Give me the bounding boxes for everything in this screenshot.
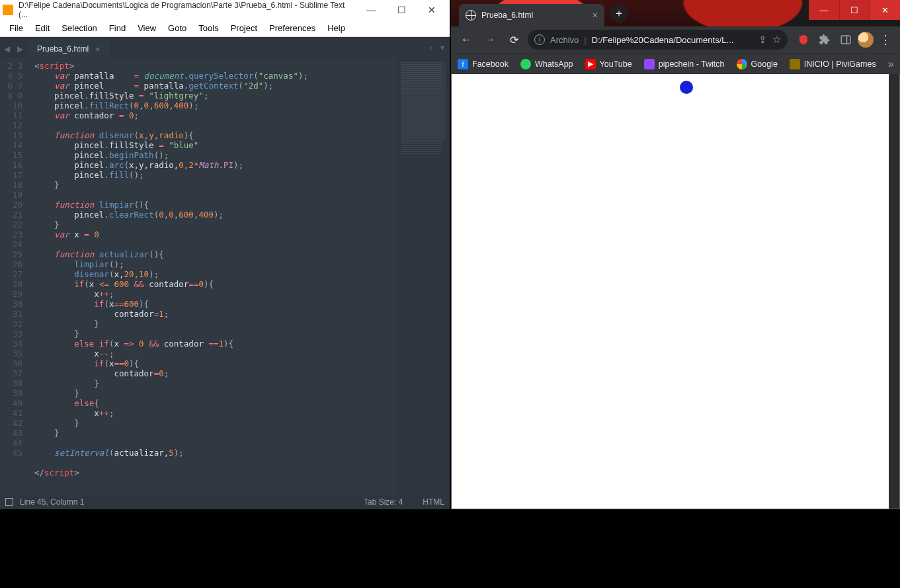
bookmark-twitch[interactable]: pipechein - Twitch: [644, 59, 725, 69]
menu-tools[interactable]: Tools: [193, 21, 224, 35]
code-area[interactable]: <script> var pantalla = document.querySe…: [28, 58, 397, 495]
browser-tab[interactable]: Prueba_6.html ×: [459, 4, 604, 26]
vertical-scrollbar[interactable]: [889, 74, 899, 509]
t: contador: [144, 279, 189, 289]
t: querySelector: [188, 71, 253, 81]
t: var: [54, 110, 69, 120]
t: {: [134, 358, 140, 368]
t: getContext: [188, 81, 238, 91]
nav-back-icon[interactable]: ←: [456, 30, 476, 50]
status-syntax[interactable]: HTML: [423, 497, 444, 507]
chrome-window: Prueba_6.html × ＋ — ☐ ✕ ← → ⟳ i Archivo …: [451, 0, 900, 509]
t: pincel: [74, 81, 104, 91]
bookmark-facebook[interactable]: fFacebook: [458, 59, 509, 69]
t: x: [94, 408, 99, 418]
t: document: [144, 71, 184, 81]
menu-help[interactable]: Help: [322, 21, 350, 35]
t: disenar: [99, 130, 134, 140]
bookmark-pivigames[interactable]: INICIO | PiviGames: [790, 59, 876, 69]
menu-view[interactable]: View: [132, 21, 161, 35]
minimap[interactable]: [397, 58, 450, 495]
side-panel-icon[interactable]: [837, 30, 855, 49]
t: 600: [109, 279, 134, 289]
chrome-tabstrip: Prueba_6.html × ＋ — ☐ ✕: [451, 0, 900, 26]
close-button[interactable]: ✕: [870, 0, 900, 20]
t: x,y,radio: [139, 130, 184, 140]
menu-preferences[interactable]: Preferences: [264, 21, 321, 35]
bookmark-star-icon[interactable]: ☆: [772, 34, 781, 46]
extensions-puzzle-icon[interactable]: [815, 30, 834, 49]
t: ;: [164, 150, 169, 160]
t: ): [188, 101, 194, 110]
extension-adblock-icon[interactable]: [794, 30, 813, 49]
menu-selection[interactable]: Selection: [56, 21, 102, 35]
share-icon[interactable]: ⇪: [758, 34, 767, 46]
t: --: [99, 349, 109, 358]
t: (): [149, 249, 159, 259]
t: <=: [99, 279, 109, 289]
t: }: [54, 220, 60, 230]
bookmark-whatsapp[interactable]: WhatsApp: [520, 59, 573, 69]
tab-close-icon[interactable]: ×: [95, 44, 101, 54]
profile-avatar[interactable]: [858, 32, 874, 48]
t: pincel: [54, 91, 84, 101]
nav-back-icon[interactable]: ◀: [0, 40, 13, 58]
minimize-button[interactable]: —: [809, 0, 839, 20]
reload-icon[interactable]: ⟳: [504, 30, 524, 50]
t: pincel: [74, 170, 104, 180]
minimize-button[interactable]: —: [356, 0, 386, 20]
bookmark-label: Facebook: [472, 60, 509, 69]
new-tab-button[interactable]: ＋: [610, 4, 628, 22]
maximize-button[interactable]: ☐: [839, 0, 870, 20]
minimap-viewport[interactable]: [401, 62, 446, 142]
t: ==: [188, 279, 198, 289]
tab-overflow-icon[interactable]: ▾: [440, 43, 444, 52]
t: if: [94, 299, 104, 309]
browser-viewport[interactable]: [451, 74, 900, 509]
bookmark-google[interactable]: Google: [737, 59, 778, 69]
t: ;: [194, 101, 199, 110]
editor-tab[interactable]: Prueba_6.html ×: [28, 40, 110, 58]
maximize-button[interactable]: ☐: [386, 0, 417, 20]
bookmark-youtube[interactable]: ▶YouTube: [585, 59, 632, 69]
status-tabsize[interactable]: Tab Size: 4: [364, 497, 403, 507]
nav-forward-icon[interactable]: ▶: [13, 40, 26, 58]
t: script: [40, 61, 69, 71]
t: function: [54, 200, 94, 210]
t: (: [239, 81, 244, 91]
t: (: [84, 279, 89, 289]
t: <: [34, 61, 40, 71]
nav-forward-icon: →: [480, 30, 500, 50]
line-gutter[interactable]: 2 3 4 5 6 7 8 9 10 11 12 13 14 15 16 17 …: [0, 58, 28, 495]
menu-project[interactable]: Project: [225, 21, 263, 35]
t: ;: [154, 269, 159, 279]
sublime-titlebar[interactable]: D:\Felipe Cadena\Documents\Logica de Pro…: [0, 0, 450, 20]
new-tab-icon[interactable]: ＋: [427, 42, 435, 54]
youtube-icon: ▶: [585, 59, 596, 69]
t: PI: [224, 160, 233, 170]
t: script: [44, 468, 74, 478]
menu-goto[interactable]: Goto: [163, 21, 192, 35]
omnibox[interactable]: i Archivo | D:/Felipe%20Cadena/Documents…: [528, 30, 788, 50]
t: 600: [124, 299, 140, 309]
status-cursor-pos: Line 45, Column 1: [20, 497, 84, 507]
t: ): [263, 81, 268, 91]
t: }: [74, 388, 79, 398]
t: 5: [169, 448, 174, 458]
t: .: [104, 210, 109, 220]
menu-file[interactable]: File: [4, 21, 28, 35]
chrome-menu-icon[interactable]: ⋮: [876, 30, 895, 49]
t: function: [54, 130, 94, 140]
status-panel-icon[interactable]: [5, 498, 13, 506]
bookmarks-overflow-icon[interactable]: »: [888, 58, 894, 70]
t: Math: [198, 160, 218, 170]
menu-find[interactable]: Find: [104, 21, 131, 35]
t: ): [149, 269, 154, 279]
site-info-icon[interactable]: i: [534, 34, 545, 45]
tab-close-icon[interactable]: ×: [593, 10, 598, 21]
t: (: [104, 358, 109, 368]
t: contador: [74, 110, 114, 120]
close-button[interactable]: ✕: [417, 0, 447, 20]
menu-edit[interactable]: Edit: [30, 21, 55, 35]
t: {: [188, 130, 194, 140]
